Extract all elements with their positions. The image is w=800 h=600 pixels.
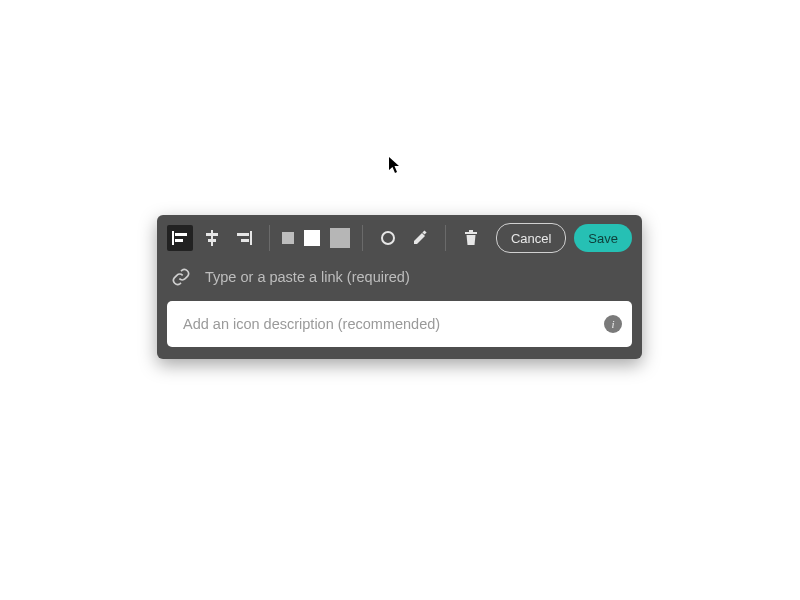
align-left-button[interactable] (167, 225, 193, 251)
shape-circle-button[interactable] (375, 225, 401, 251)
svg-rect-0 (172, 231, 174, 245)
link-input[interactable] (203, 268, 628, 286)
icon-editor-panel: Cancel Save i (157, 215, 642, 359)
alignment-group (167, 225, 257, 251)
toolbar-divider (445, 225, 446, 251)
info-icon[interactable]: i (604, 315, 622, 333)
size-large-button[interactable] (330, 228, 350, 248)
size-small-button[interactable] (282, 232, 294, 244)
svg-rect-4 (206, 233, 218, 236)
circle-icon (379, 229, 397, 247)
description-input[interactable] (181, 315, 594, 333)
edit-shape-button[interactable] (407, 225, 433, 251)
svg-rect-5 (208, 239, 216, 242)
svg-rect-7 (237, 233, 249, 236)
toolbar: Cancel Save (157, 215, 642, 261)
align-left-icon (171, 229, 189, 247)
description-box: i (167, 301, 632, 347)
svg-rect-10 (422, 230, 426, 234)
link-icon (171, 267, 191, 287)
size-medium-button[interactable] (304, 230, 320, 246)
svg-rect-11 (465, 232, 477, 234)
svg-rect-2 (175, 239, 183, 242)
save-button[interactable]: Save (574, 224, 632, 252)
description-row: i (157, 301, 642, 359)
shape-group (375, 225, 433, 251)
trash-icon (462, 229, 480, 247)
align-center-button[interactable] (199, 225, 225, 251)
svg-point-9 (382, 232, 394, 244)
toolbar-divider (362, 225, 363, 251)
delete-button[interactable] (458, 225, 484, 251)
align-center-icon (203, 229, 221, 247)
link-row (157, 261, 642, 301)
svg-rect-6 (250, 231, 252, 245)
toolbar-divider (269, 225, 270, 251)
pencil-icon (411, 229, 429, 247)
svg-rect-3 (211, 230, 213, 246)
cancel-button[interactable]: Cancel (496, 223, 566, 253)
svg-rect-1 (175, 233, 187, 236)
svg-rect-12 (469, 230, 473, 232)
align-right-button[interactable] (231, 225, 257, 251)
cursor-icon (388, 156, 402, 174)
align-right-icon (235, 229, 253, 247)
size-group (282, 228, 350, 248)
svg-rect-8 (241, 239, 249, 242)
